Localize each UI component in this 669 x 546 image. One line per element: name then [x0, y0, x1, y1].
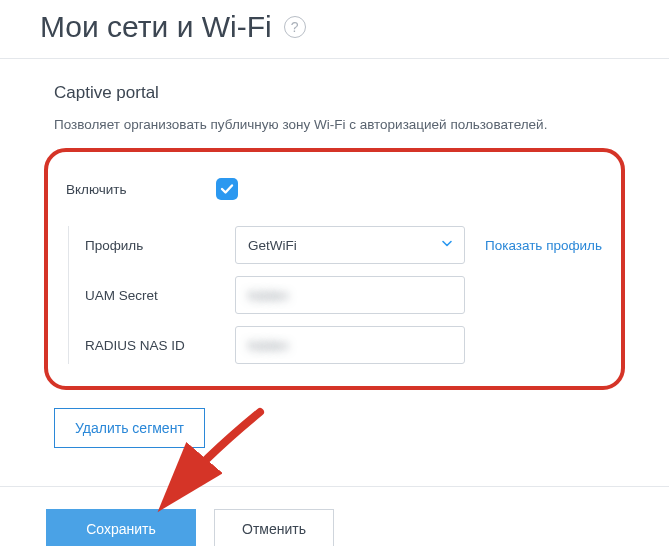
- captive-portal-section: Captive portal Позволяет организовать пу…: [18, 59, 651, 390]
- delete-segment-button[interactable]: Удалить сегмент: [54, 408, 205, 448]
- uam-secret-label: UAM Secret: [85, 288, 235, 303]
- section-description: Позволяет организовать публичную зону Wi…: [54, 117, 615, 132]
- uam-secret-input[interactable]: hidden: [235, 276, 465, 314]
- footer-actions: Сохранить Отменить: [0, 486, 669, 546]
- enable-label: Включить: [66, 182, 216, 197]
- indented-fields: Профиль GetWiFi Показать профиль UAM Sec…: [68, 226, 603, 364]
- radius-nas-label: RADIUS NAS ID: [85, 338, 235, 353]
- enable-row: Включить: [66, 170, 603, 208]
- page-title: Мои сети и Wi-Fi: [40, 10, 272, 44]
- uam-secret-value: hidden: [248, 288, 289, 303]
- enable-checkbox[interactable]: [216, 178, 238, 200]
- radius-nas-input[interactable]: hidden: [235, 326, 465, 364]
- help-icon[interactable]: ?: [284, 16, 306, 38]
- profile-value: GetWiFi: [248, 238, 297, 253]
- check-icon: [220, 182, 234, 196]
- profile-label: Профиль: [85, 238, 235, 253]
- section-title: Captive portal: [54, 83, 615, 103]
- chevron-down-icon: [440, 237, 454, 254]
- highlight-box: Включить Профиль GetWiFi По: [44, 148, 625, 390]
- radius-nas-row: RADIUS NAS ID hidden: [85, 326, 603, 364]
- save-button[interactable]: Сохранить: [46, 509, 196, 546]
- profile-select[interactable]: GetWiFi: [235, 226, 465, 264]
- profile-row: Профиль GetWiFi Показать профиль: [85, 226, 603, 264]
- radius-nas-value: hidden: [248, 338, 289, 353]
- cancel-button[interactable]: Отменить: [214, 509, 334, 546]
- show-profile-link[interactable]: Показать профиль: [485, 238, 602, 253]
- page-header: Мои сети и Wi-Fi ?: [0, 0, 669, 59]
- uam-secret-row: UAM Secret hidden: [85, 276, 603, 314]
